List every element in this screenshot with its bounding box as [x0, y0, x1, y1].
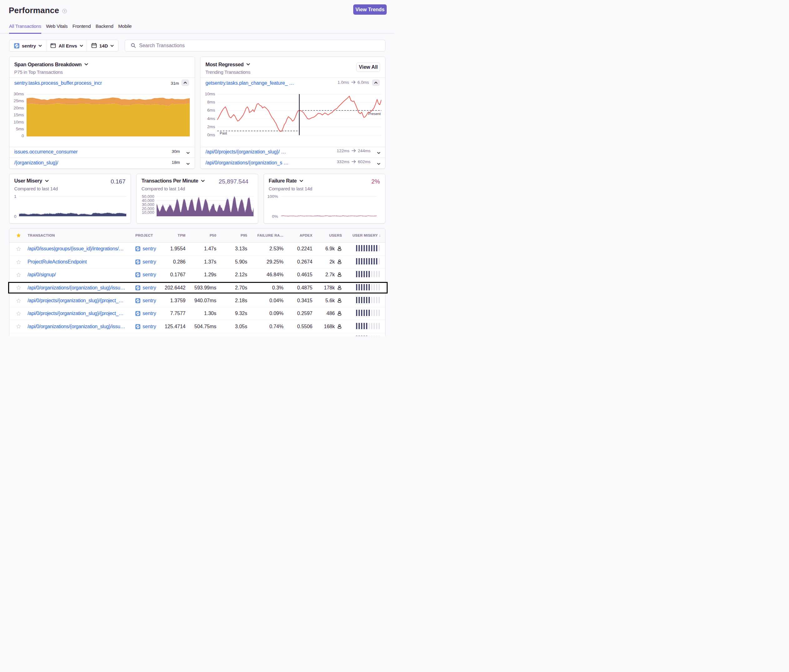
svg-text:Past: Past [220, 131, 227, 135]
svg-text:Present: Present [368, 112, 381, 116]
